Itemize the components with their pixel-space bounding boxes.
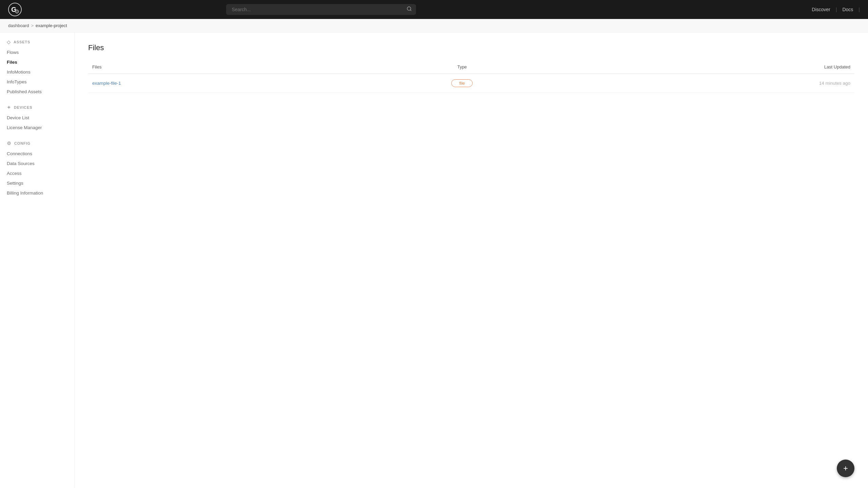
breadcrumb-root[interactable]: dashboard — [8, 23, 29, 28]
config-icon: ⚙ — [7, 141, 12, 146]
sidebar-item-license-manager[interactable]: License Manager — [0, 123, 74, 133]
top-navigation: G Discover | Docs | — [0, 0, 868, 19]
sidebar-section-label-devices: DEVICES — [14, 105, 32, 109]
search-container — [226, 4, 416, 15]
breadcrumb-current: example-project — [36, 23, 67, 28]
add-new-button[interactable]: + — [837, 460, 854, 477]
page-title: Files — [88, 43, 854, 52]
sidebar-item-published-assets[interactable]: Published Assets — [0, 87, 74, 97]
sidebar-item-flows[interactable]: Flows — [0, 47, 74, 57]
diamond-icon: ◇ — [7, 39, 11, 45]
files-table: Files Type Last Updated example-file-1 f… — [88, 62, 854, 93]
table-row: example-file-1 file 14 minutes ago — [88, 74, 854, 93]
sidebar-section-assets: ◇ ASSETS Flows Files InfoMotions InfoTyp… — [0, 39, 74, 97]
main-layout: ◇ ASSETS Flows Files InfoMotions InfoTyp… — [0, 33, 868, 488]
sidebar-section-label-config: CONFIG — [14, 141, 31, 145]
col-header-last-updated: Last Updated — [569, 62, 854, 74]
sidebar-item-infotypes[interactable]: InfoTypes — [0, 77, 74, 87]
svg-point-3 — [407, 7, 411, 11]
sidebar-item-data-sources[interactable]: Data Sources — [0, 159, 74, 168]
plus-icon: + — [843, 464, 848, 473]
sidebar-section-header-devices: ✦ DEVICES — [0, 105, 74, 113]
search-icon — [407, 6, 412, 13]
svg-line-4 — [411, 10, 412, 11]
svg-point-2 — [15, 10, 19, 13]
topnav-links: Discover | Docs | — [809, 5, 860, 14]
discover-link[interactable]: Discover — [809, 5, 833, 14]
docs-link[interactable]: Docs — [840, 5, 856, 14]
last-updated-cell: 14 minutes ago — [569, 74, 854, 93]
file-name-link[interactable]: example-file-1 — [92, 81, 121, 86]
sidebar-section-devices: ✦ DEVICES Device List License Manager — [0, 105, 74, 133]
sidebar-section-header-assets: ◇ ASSETS — [0, 39, 74, 47]
sidebar-section-label-assets: ASSETS — [14, 40, 30, 44]
col-header-type: Type — [356, 62, 569, 74]
sidebar-section-header-config: ⚙ CONFIG — [0, 141, 74, 149]
nav-divider: | — [836, 7, 837, 12]
col-header-files: Files — [88, 62, 356, 74]
type-badge: file — [451, 79, 473, 87]
sidebar-item-files[interactable]: Files — [0, 57, 74, 67]
sidebar: ◇ ASSETS Flows Files InfoMotions InfoTyp… — [0, 33, 75, 488]
app-logo[interactable]: G — [8, 3, 22, 16]
sidebar-item-billing-information[interactable]: Billing Information — [0, 188, 74, 198]
breadcrumb: dashboard > example-project — [0, 19, 868, 33]
nav-divider-2: | — [859, 7, 860, 12]
search-input[interactable] — [226, 4, 416, 15]
sidebar-item-connections[interactable]: Connections — [0, 149, 74, 159]
sidebar-item-settings[interactable]: Settings — [0, 178, 74, 188]
sidebar-item-infomotions[interactable]: InfoMotions — [0, 67, 74, 77]
breadcrumb-separator: > — [31, 23, 34, 28]
sidebar-item-device-list[interactable]: Device List — [0, 113, 74, 123]
sidebar-item-access[interactable]: Access — [0, 168, 74, 178]
devices-icon: ✦ — [7, 105, 11, 110]
sidebar-section-config: ⚙ CONFIG Connections Data Sources Access… — [0, 141, 74, 198]
main-content: Files Files Type Last Updated example-fi… — [75, 33, 868, 488]
